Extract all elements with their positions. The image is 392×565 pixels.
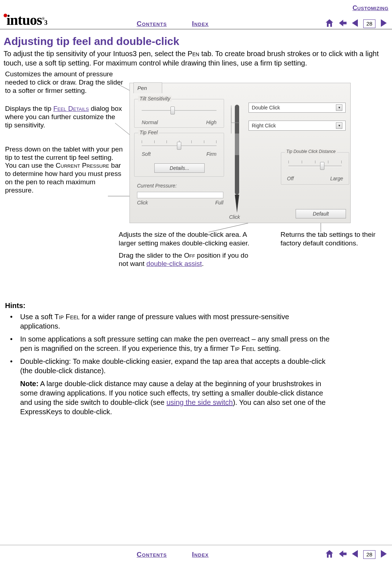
tipfeel-low: Soft xyxy=(142,151,151,157)
next-icon[interactable] xyxy=(378,18,388,30)
tipfeel-knob[interactable] xyxy=(177,142,181,150)
pen-panel: Pen Tilt Sensitivity Normal High Tip Fee… xyxy=(129,83,351,223)
svg-marker-8 xyxy=(235,195,239,213)
tipfeel-high: Firm xyxy=(206,151,216,157)
note-a: Note: xyxy=(20,380,38,388)
tilt-high: High xyxy=(206,119,216,125)
tipfeel-title: Tip Feel xyxy=(138,130,159,135)
chevron-down-icon: ▾ xyxy=(336,122,342,129)
tilt-low: Normal xyxy=(142,119,158,125)
dd2-label: Right Click xyxy=(252,123,276,128)
next-icon[interactable] xyxy=(378,549,388,560)
tab-pen[interactable]: Pen xyxy=(133,82,162,93)
chevron-down-icon: ▾ xyxy=(336,104,342,111)
double-click-assist-link[interactable]: double-click assist xyxy=(146,260,202,267)
dist-title: Tip Double Click Distance xyxy=(285,149,337,154)
svg-rect-7 xyxy=(235,134,239,155)
logo-text: intuos xyxy=(6,12,42,28)
tilt-slider[interactable] xyxy=(142,110,216,112)
group-distance: Tip Double Click Distance Off Large xyxy=(281,152,349,185)
hint-3: Double-clicking: To make double-clicking… xyxy=(5,357,331,375)
col1a: Adjusts the size of the double-click are… xyxy=(119,230,259,248)
back-arrow-icon[interactable] xyxy=(337,549,347,560)
c2a: Displays the tip xyxy=(5,105,53,112)
pressure-low: Click xyxy=(137,200,148,205)
home-icon[interactable] xyxy=(324,549,334,560)
index-link[interactable]: Index xyxy=(192,20,209,28)
group-pressure: Current Pressure: Click Full xyxy=(137,182,223,198)
logo: intuos®3 xyxy=(4,12,47,28)
intro-a: To adjust the tip sensitivity of your In… xyxy=(4,50,187,58)
contents-link[interactable]: Contents xyxy=(137,20,167,28)
dropdown-right-click[interactable]: Right Click ▾ xyxy=(249,121,346,131)
col1ba: Drag the slider to the xyxy=(119,252,184,259)
hint-1: Use a soft Tip Feel for a wider range of… xyxy=(5,312,331,331)
pressure-bar xyxy=(137,192,223,198)
dd1-label: Double Click xyxy=(252,105,280,110)
pen-click-label: Click xyxy=(229,214,240,220)
col1bc: . xyxy=(202,260,204,267)
details-button[interactable]: Details... xyxy=(154,163,205,173)
callout-distance: Adjusts the size of the double-click are… xyxy=(119,230,259,268)
pressure-high: Full xyxy=(215,200,223,205)
page-number: 28 xyxy=(363,19,375,28)
hint-2: In some applications a soft pressure set… xyxy=(5,334,331,353)
pen-leader-icon xyxy=(231,105,249,134)
group-tipfeel: Tip Feel Soft Firm Details... xyxy=(134,133,224,177)
group-tilt: Tilt Sensitivity Normal High xyxy=(134,99,224,128)
page-title: Adjusting tip feel and double-click xyxy=(4,35,179,48)
dropdown-double-click[interactable]: Double Click ▾ xyxy=(249,103,346,113)
back-arrow-icon[interactable] xyxy=(337,18,347,30)
callout-details: Displays the tip Feel Details dialog box… xyxy=(5,105,124,129)
feel-details-link[interactable]: Feel Details xyxy=(53,105,89,112)
tilt-title: Tilt Sensitivity xyxy=(138,96,172,101)
logo-sub: 3 xyxy=(44,19,47,26)
pressure-label: Current Pressure: xyxy=(137,183,177,189)
dist-high: Large xyxy=(330,176,343,181)
index-link-footer[interactable]: Index xyxy=(192,551,209,559)
intro-text: To adjust the tip sensitivity of your In… xyxy=(4,49,388,68)
dist-low: Off xyxy=(287,176,294,181)
section-link[interactable]: Customizing xyxy=(352,4,388,12)
page-number-footer: 28 xyxy=(363,550,375,559)
prev-icon[interactable] xyxy=(350,549,360,560)
callout-current-pressure: Press down on the tablet with your pen t… xyxy=(5,145,124,195)
intro-pen: Pen xyxy=(187,50,199,58)
tilt-knob[interactable] xyxy=(170,107,175,114)
dist-slider[interactable] xyxy=(288,166,342,167)
hints: Hints: Use a soft Tip Feel for a wider r… xyxy=(5,302,331,416)
hint-note: Note: A large double-click distance may … xyxy=(5,379,331,416)
side-switch-link[interactable]: using the side switch xyxy=(167,398,233,406)
default-button[interactable]: Default xyxy=(296,209,346,218)
col1bsc: Off xyxy=(184,252,195,259)
hints-title: Hints: xyxy=(5,302,331,310)
callout-pressure: Customizes the amount of pressure needed… xyxy=(5,70,124,95)
dist-knob[interactable] xyxy=(320,162,324,170)
c3sc: Current Pressure xyxy=(56,162,109,169)
contents-link-footer[interactable]: Contents xyxy=(137,551,167,559)
callout-default: Returns the tab settings to their factor… xyxy=(281,230,388,268)
prev-icon[interactable] xyxy=(350,18,360,30)
home-icon[interactable] xyxy=(324,18,334,30)
